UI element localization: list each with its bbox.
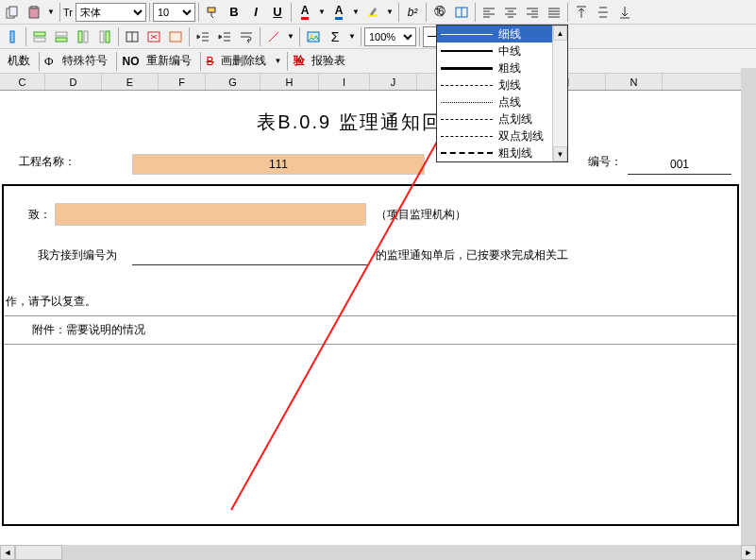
to-field[interactable] bbox=[55, 203, 366, 226]
column-header-J[interactable]: J bbox=[370, 74, 417, 90]
insert-row-below-icon[interactable] bbox=[51, 26, 72, 47]
horizontal-scrollbar[interactable]: ◄ ► bbox=[0, 545, 756, 560]
right-gutter bbox=[741, 68, 756, 545]
line-style-label: 粗线 bbox=[498, 60, 521, 76]
merge-cells-icon[interactable] bbox=[451, 2, 472, 23]
svg-rect-15 bbox=[100, 31, 104, 42]
outdent-icon[interactable] bbox=[193, 26, 213, 47]
svg-rect-16 bbox=[106, 31, 109, 42]
align-justify-icon[interactable] bbox=[544, 2, 564, 23]
svg-rect-13 bbox=[78, 31, 82, 42]
copy-icon[interactable] bbox=[2, 2, 23, 23]
column-header-I[interactable]: I bbox=[319, 74, 370, 90]
insert-col-left-icon[interactable] bbox=[73, 26, 93, 47]
align-right-icon[interactable] bbox=[522, 2, 543, 23]
scroll-down-icon[interactable]: ▼ bbox=[553, 146, 567, 161]
svg-rect-8 bbox=[10, 31, 14, 42]
renumber-button[interactable]: 重新编号 bbox=[141, 53, 197, 69]
column-header-H[interactable]: H bbox=[260, 74, 319, 90]
line-style-option[interactable]: 点线 bbox=[437, 93, 552, 110]
line-style-option[interactable]: 粗线 bbox=[437, 59, 552, 76]
indent-icon[interactable] bbox=[214, 26, 235, 47]
fill-color-arrow-icon[interactable]: ▼ bbox=[350, 3, 361, 22]
line-style-label: 划线 bbox=[498, 77, 521, 93]
fill-color-button[interactable]: A bbox=[328, 2, 349, 23]
column-header-C[interactable]: C bbox=[0, 74, 45, 90]
jishu-button[interactable]: 机数 bbox=[2, 53, 36, 69]
split-cell-icon[interactable] bbox=[122, 26, 143, 47]
zoom-select[interactable]: 100% bbox=[364, 27, 416, 46]
valign-bottom-icon[interactable] bbox=[614, 2, 635, 23]
column-header-E[interactable]: E bbox=[102, 74, 159, 90]
toolbar-formatting: ▼ Tr 宋体 10 B I U A ▼ A ▼ ▼ b² ⑯ bbox=[0, 0, 756, 25]
wrap-text-icon[interactable] bbox=[236, 26, 257, 47]
column-header-D[interactable]: D bbox=[45, 74, 102, 90]
font-prefix-icon: Tr bbox=[63, 7, 75, 18]
paste-icon[interactable] bbox=[24, 2, 44, 23]
scroll-left-icon[interactable]: ◄ bbox=[0, 545, 15, 560]
scroll-right-icon[interactable]: ► bbox=[741, 545, 756, 560]
sum-arrow-icon[interactable]: ▼ bbox=[346, 27, 358, 46]
delete-cell-icon[interactable] bbox=[143, 26, 164, 47]
report-button[interactable]: 报验表 bbox=[306, 53, 351, 69]
font-color-button[interactable]: A bbox=[294, 2, 315, 23]
highlight-button[interactable] bbox=[362, 2, 383, 23]
valign-middle-icon[interactable] bbox=[593, 2, 613, 23]
align-left-icon[interactable] bbox=[479, 2, 499, 23]
shape-line-icon[interactable] bbox=[263, 26, 284, 47]
italic-button[interactable]: I bbox=[245, 2, 266, 23]
number-field[interactable]: 001 bbox=[628, 154, 731, 175]
bold-button[interactable]: B bbox=[224, 2, 244, 23]
column-header-F[interactable]: F bbox=[159, 74, 206, 90]
font-name-select[interactable]: 宋体 bbox=[76, 3, 146, 22]
line-style-option[interactable]: 划线 bbox=[437, 76, 552, 93]
paste-dropdown-arrow-icon[interactable]: ▼ bbox=[45, 3, 57, 22]
insert-row-above-icon[interactable] bbox=[29, 26, 50, 47]
line4-label: 作，请予以复查。 bbox=[4, 282, 737, 315]
line-style-option[interactable]: 细线 bbox=[437, 25, 552, 42]
no-prefix-icon: NO bbox=[120, 55, 140, 68]
superscript-button[interactable]: b² bbox=[402, 2, 423, 23]
toolbar-insert: ▼ Σ ▼ 100% ▼ ▼ ▼ bbox=[0, 25, 756, 49]
attachment-content-area[interactable] bbox=[4, 345, 737, 524]
special-char-button[interactable]: 特殊符号 bbox=[57, 53, 113, 69]
svg-rect-10 bbox=[34, 38, 45, 42]
circled-number-icon[interactable]: ⑯ bbox=[429, 2, 450, 23]
line-style-label: 细线 bbox=[498, 26, 521, 42]
column-header-G[interactable]: G bbox=[206, 74, 260, 90]
svg-rect-4 bbox=[208, 8, 215, 12]
insert-col-icon[interactable] bbox=[2, 26, 23, 47]
sum-icon[interactable]: Σ bbox=[325, 26, 345, 47]
line-style-option[interactable]: 粗划线 bbox=[437, 144, 552, 161]
line-style-option[interactable]: 中线 bbox=[437, 42, 552, 59]
document-title: 表B.0.9 监理通知回复单 bbox=[0, 91, 741, 148]
svg-rect-1 bbox=[9, 7, 17, 16]
line-style-label: 中线 bbox=[498, 43, 521, 59]
line-style-option[interactable]: 双点划线 bbox=[437, 127, 552, 144]
font-color-arrow-icon[interactable]: ▼ bbox=[316, 3, 328, 22]
insert-col-right-icon[interactable] bbox=[94, 26, 115, 47]
to-label: 致： bbox=[9, 207, 55, 223]
line-style-option[interactable]: 点划线 bbox=[437, 110, 552, 127]
attachment-label: 附件：需要说明的情况 bbox=[4, 315, 737, 345]
underline-button[interactable]: U bbox=[267, 2, 288, 23]
format-painter-icon[interactable] bbox=[202, 2, 223, 23]
scroll-up-icon[interactable]: ▲ bbox=[553, 25, 567, 41]
image-icon[interactable] bbox=[303, 26, 324, 47]
received-number-field[interactable] bbox=[132, 245, 368, 265]
strikethrough-button[interactable]: 画删除线 bbox=[215, 53, 272, 69]
line-style-label: 点划线 bbox=[498, 111, 532, 127]
dropdown-scrollbar[interactable]: ▲ ▼ bbox=[552, 25, 567, 161]
column-header-N[interactable]: N bbox=[606, 74, 663, 90]
project-name-field[interactable]: 111 bbox=[132, 154, 425, 175]
highlight-arrow-icon[interactable]: ▼ bbox=[384, 3, 395, 22]
table-props-icon[interactable] bbox=[165, 26, 186, 47]
received-prefix-label: 我方接到编号为 bbox=[9, 247, 132, 263]
align-center-icon[interactable] bbox=[500, 2, 521, 23]
shape-arrow-icon[interactable]: ▼ bbox=[285, 27, 296, 46]
font-size-select[interactable]: 10 bbox=[153, 3, 195, 22]
column-headers: CDEFGHIJKLMN bbox=[0, 74, 756, 91]
valign-top-icon[interactable] bbox=[571, 2, 592, 23]
strike-arrow-icon[interactable]: ▼ bbox=[273, 52, 284, 71]
scrollbar-thumb[interactable] bbox=[15, 545, 62, 560]
